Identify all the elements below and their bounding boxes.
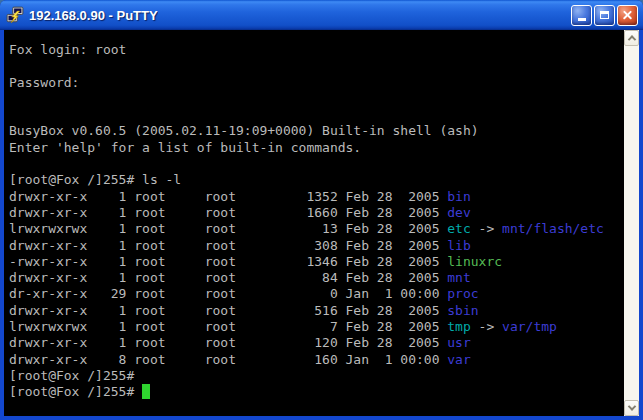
- terminal-line: drwxr-xr-x 1 root root 84 Feb 28 2005 mn…: [9, 270, 624, 286]
- terminal-text-segment: tmp: [447, 319, 470, 334]
- terminal-line: [root@Fox /]255# ls -l: [9, 172, 624, 188]
- window-controls: [571, 5, 638, 26]
- terminal-line: drwxr-xr-x 1 root root 516 Feb 28 2005 s…: [9, 303, 624, 319]
- scrollbar-track[interactable]: [624, 46, 639, 400]
- chevron-down-icon: [627, 402, 635, 410]
- terminal-text-segment: lib: [447, 238, 470, 253]
- terminal[interactable]: Fox login: rootPassword:BusyBox v0.60.5 …: [4, 30, 624, 416]
- terminal-line: [9, 91, 624, 107]
- terminal-text-segment: var: [447, 352, 470, 367]
- chevron-up-icon: [627, 35, 635, 43]
- terminal-text-segment: ->: [471, 319, 502, 334]
- terminal-text-segment: [root@Fox /]255#: [9, 384, 142, 399]
- terminal-line: Enter 'help' for a list of built-in comm…: [9, 140, 624, 156]
- terminal-line: lrwxrwxrwx 1 root root 7 Feb 28 2005 tmp…: [9, 319, 624, 335]
- terminal-line: Fox login: root: [9, 42, 624, 58]
- terminal-line: -rwxr-xr-x 1 root root 1346 Feb 28 2005 …: [9, 254, 624, 270]
- scroll-up-button[interactable]: [624, 30, 639, 46]
- terminal-text-segment: [root@Fox /]255#: [9, 368, 134, 383]
- terminal-text-segment: -rwxr-xr-x 1 root root 1346 Feb 28 2005: [9, 254, 447, 269]
- terminal-text-segment: drwxr-xr-x 1 root root 1660 Feb 28 2005: [9, 205, 447, 220]
- terminal-text-segment: drwxr-xr-x 1 root root 84 Feb 28 2005: [9, 270, 447, 285]
- terminal-text-segment: lrwxrwxrwx 1 root root 7 Feb 28 2005: [9, 319, 447, 334]
- terminal-line: lrwxrwxrwx 1 root root 13 Feb 28 2005 et…: [9, 221, 624, 237]
- terminal-line: [root@Fox /]255#: [9, 384, 624, 400]
- terminal-text-segment: linuxrc: [447, 254, 502, 269]
- terminal-text-segment: Password:: [9, 75, 79, 90]
- titlebar[interactable]: 192.168.0.90 - PuTTY: [0, 0, 643, 30]
- terminal-text-segment: sbin: [447, 303, 478, 318]
- window-body: Fox login: rootPassword:BusyBox v0.60.5 …: [4, 30, 639, 416]
- close-icon: [621, 9, 634, 22]
- terminal-line: Password:: [9, 75, 624, 91]
- terminal-line: drwxr-xr-x 1 root root 1660 Feb 28 2005 …: [9, 205, 624, 221]
- terminal-text-segment: dr-xr-xr-x 29 root root 0 Jan 1 00:00: [9, 286, 447, 301]
- scrollbar[interactable]: [624, 30, 639, 416]
- terminal-text-segment: ->: [471, 221, 502, 236]
- terminal-text-segment: Fox login: root: [9, 42, 126, 57]
- terminal-text-segment: drwxr-xr-x 1 root root 120 Feb 28 2005: [9, 335, 447, 350]
- terminal-text-segment: etc: [447, 221, 470, 236]
- terminal-text-segment: Enter 'help' for a list of built-in comm…: [9, 140, 361, 155]
- terminal-line: drwxr-xr-x 8 root root 160 Jan 1 00:00 v…: [9, 352, 624, 368]
- terminal-line: BusyBox v0.60.5 (2005.02.11-19:09+0000) …: [9, 123, 624, 139]
- minimize-icon: [578, 18, 586, 21]
- terminal-line: dr-xr-xr-x 29 root root 0 Jan 1 00:00 pr…: [9, 286, 624, 302]
- terminal-text-segment: [root@Fox /]255# ls -l: [9, 172, 181, 187]
- terminal-line: [9, 107, 624, 123]
- terminal-text-segment: mnt/flash/etc: [502, 221, 604, 236]
- terminal-line: [9, 156, 624, 172]
- terminal-text-segment: drwxr-xr-x 1 root root 1352 Feb 28 2005: [9, 189, 447, 204]
- terminal-text-segment: BusyBox v0.60.5 (2005.02.11-19:09+0000) …: [9, 123, 479, 138]
- putty-window: 192.168.0.90 - PuTTY Fox login: rootPass…: [0, 0, 643, 420]
- terminal-text-segment: drwxr-xr-x 1 root root 308 Feb 28 2005: [9, 238, 447, 253]
- window-title: 192.168.0.90 - PuTTY: [29, 8, 158, 23]
- terminal-line: drwxr-xr-x 1 root root 1352 Feb 28 2005 …: [9, 189, 624, 205]
- maximize-icon: [600, 11, 609, 19]
- scroll-down-button[interactable]: [624, 400, 639, 416]
- putty-icon[interactable]: [6, 6, 24, 24]
- terminal-line: drwxr-xr-x 1 root root 120 Feb 28 2005 u…: [9, 335, 624, 351]
- terminal-text-segment: mnt: [447, 270, 470, 285]
- maximize-button[interactable]: [594, 5, 615, 26]
- terminal-text-segment: lrwxrwxrwx 1 root root 13 Feb 28 2005: [9, 221, 447, 236]
- terminal-text-segment: dev: [447, 205, 470, 220]
- terminal-text-segment: drwxr-xr-x 8 root root 160 Jan 1 00:00: [9, 352, 447, 367]
- terminal-line: drwxr-xr-x 1 root root 308 Feb 28 2005 l…: [9, 238, 624, 254]
- minimize-button[interactable]: [571, 5, 592, 26]
- terminal-line: [root@Fox /]255#: [9, 368, 624, 384]
- terminal-text-segment: var/tmp: [502, 319, 557, 334]
- terminal-cursor: [142, 384, 150, 399]
- terminal-line: [9, 58, 624, 74]
- close-button[interactable]: [617, 5, 638, 26]
- terminal-text-segment: usr: [447, 335, 470, 350]
- terminal-text-segment: drwxr-xr-x 1 root root 516 Feb 28 2005: [9, 303, 447, 318]
- terminal-text-segment: bin: [447, 189, 470, 204]
- terminal-text-segment: proc: [447, 286, 478, 301]
